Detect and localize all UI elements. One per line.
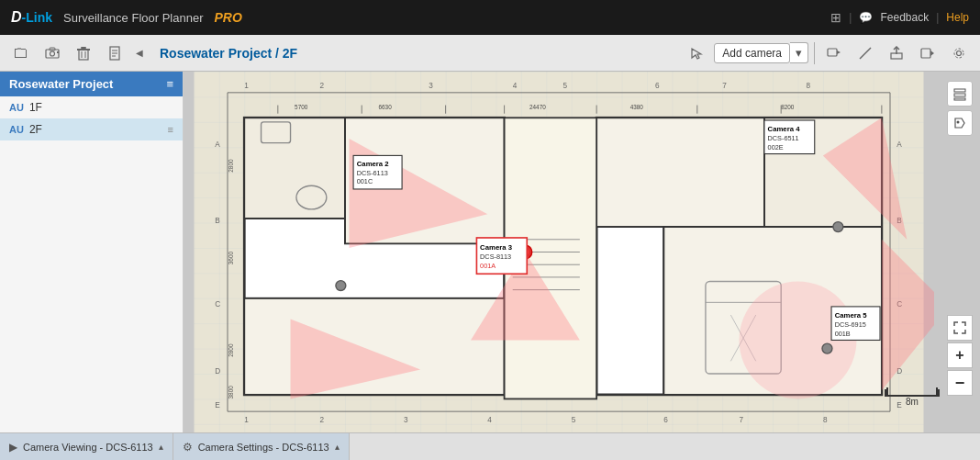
- svg-rect-137: [954, 98, 965, 100]
- camera-settings-label: Camera Settings - DCS-6113: [198, 442, 329, 453]
- add-camera-dropdown-button[interactable]: ▾: [790, 42, 808, 63]
- sidebar: Rosewater Project ≡ AU 1F AU 2F ≡: [0, 72, 184, 432]
- svg-point-106: [822, 343, 832, 353]
- toolbar: ◀ Rosewater Project / 2F Add camera ▾: [0, 35, 980, 72]
- camera-list-button[interactable]: [820, 40, 848, 66]
- toolbar-right: Add camera ▾: [683, 40, 973, 66]
- svg-text:6: 6: [663, 416, 668, 424]
- svg-text:E: E: [215, 401, 220, 410]
- sidebar-list-icon: ≡: [168, 124, 173, 135]
- delete-button[interactable]: [70, 40, 97, 66]
- svg-rect-5: [17, 48, 21, 50]
- svg-text:001C: 001C: [357, 177, 373, 185]
- sidebar-item-1f[interactable]: AU 1F: [0, 96, 183, 118]
- scale-bar: 8m: [885, 389, 940, 407]
- help-link[interactable]: Help: [946, 11, 969, 24]
- panel-chevron-up-2: ▴: [335, 442, 340, 452]
- open-file-button[interactable]: [7, 40, 35, 66]
- svg-text:5700: 5700: [295, 104, 308, 110]
- measure-button[interactable]: [852, 40, 879, 66]
- zoom-in-button[interactable]: +: [947, 342, 973, 368]
- svg-text:B: B: [215, 217, 220, 225]
- zoom-out-button[interactable]: −: [947, 370, 973, 396]
- svg-point-105: [833, 222, 843, 232]
- svg-text:001B: 001B: [835, 330, 851, 338]
- svg-text:A: A: [215, 140, 220, 149]
- floor-icon-2f: AU: [9, 124, 24, 135]
- layers-button[interactable]: [947, 81, 973, 107]
- report-button[interactable]: [101, 40, 128, 66]
- svg-rect-74: [596, 118, 764, 227]
- svg-rect-12: [81, 47, 86, 49]
- camera-settings-icon: ⚙: [183, 441, 193, 454]
- tag-button[interactable]: [947, 110, 973, 136]
- svg-text:2: 2: [320, 82, 325, 90]
- svg-rect-28: [921, 49, 930, 58]
- export-button[interactable]: [883, 40, 910, 66]
- settings-button[interactable]: [945, 40, 973, 66]
- svg-marker-29: [930, 50, 934, 56]
- svg-text:2800: 2800: [228, 343, 234, 357]
- main-content: Rosewater Project ≡ AU 1F AU 2F ≡: [0, 72, 980, 432]
- svg-rect-4: [21, 49, 26, 50]
- separator: [814, 42, 815, 64]
- camera-button[interactable]: [39, 40, 66, 66]
- panel-chevron-up: ▴: [159, 442, 163, 452]
- svg-rect-136: [954, 94, 965, 96]
- add-camera-button[interactable]: Add camera: [714, 43, 790, 63]
- select-button[interactable]: [683, 40, 710, 66]
- svg-point-31: [954, 49, 963, 58]
- svg-point-138: [957, 121, 960, 124]
- topbar: D-Link Surveillance Floor Planner PRO ⊞ …: [0, 0, 980, 35]
- svg-text:8200: 8200: [781, 104, 795, 110]
- svg-text:2: 2: [320, 416, 325, 424]
- canvas-area[interactable]: 1 2 3 4 5 6 7 8 1 2 3 4 5 6 7 8 A B C D …: [184, 72, 980, 432]
- feedback-link[interactable]: Feedback: [880, 11, 929, 24]
- video-button[interactable]: [914, 40, 941, 66]
- svg-rect-72: [244, 298, 504, 395]
- camera-viewing-icon: ▶: [9, 441, 17, 454]
- fit-button[interactable]: [947, 315, 973, 341]
- scale-label: 8m: [906, 397, 919, 407]
- svg-line-24: [865, 51, 867, 53]
- floor-icon-1f: AU: [9, 102, 24, 113]
- svg-text:001A: 001A: [480, 262, 496, 270]
- svg-point-30: [957, 50, 962, 55]
- svg-text:DCS-6511: DCS-6511: [768, 134, 799, 142]
- svg-text:C: C: [215, 300, 220, 309]
- project-header[interactable]: Rosewater Project ≡: [0, 72, 183, 96]
- svg-rect-19: [828, 49, 837, 56]
- svg-text:1: 1: [244, 82, 249, 90]
- svg-rect-9: [57, 51, 59, 53]
- topbar-right: ⊞ | 💬 Feedback | Help: [830, 10, 969, 25]
- svg-text:DCS-6915: DCS-6915: [835, 320, 866, 329]
- svg-text:7: 7: [740, 416, 744, 424]
- svg-line-25: [868, 49, 870, 50]
- svg-line-22: [860, 57, 862, 59]
- floorplan-svg: 1 2 3 4 5 6 7 8 1 2 3 4 5 6 7 8 A B C D …: [184, 72, 934, 432]
- svg-text:002E: 002E: [768, 143, 784, 151]
- svg-point-7: [50, 51, 55, 56]
- svg-text:Camera 5: Camera 5: [835, 311, 868, 320]
- camera-settings-panel[interactable]: ⚙ Camera Settings - DCS-6113 ▴: [173, 433, 350, 460]
- svg-point-104: [336, 281, 346, 291]
- svg-text:Camera 3: Camera 3: [480, 243, 513, 252]
- add-camera-control: Add camera ▾: [714, 42, 808, 63]
- svg-text:Camera 4: Camera 4: [768, 125, 801, 133]
- svg-text:4: 4: [513, 82, 518, 90]
- logo-area: D-Link Surveillance Floor Planner PRO: [11, 9, 242, 26]
- svg-text:8: 8: [823, 416, 828, 424]
- sidebar-item-2f[interactable]: AU 2F ≡: [0, 118, 183, 140]
- breadcrumb: Rosewater Project / 2F: [150, 46, 679, 61]
- camera-viewing-label: Camera Viewing - DCS-6113: [23, 442, 153, 453]
- svg-text:7: 7: [722, 82, 727, 90]
- svg-text:Camera 2: Camera 2: [357, 160, 389, 168]
- svg-rect-1: [15, 49, 16, 58]
- zoom-controls: + −: [947, 315, 973, 396]
- svg-text:24470: 24470: [529, 104, 546, 110]
- camera-viewing-panel[interactable]: ▶ Camera Viewing - DCS-6113 ▴: [0, 433, 173, 460]
- svg-text:5: 5: [572, 416, 576, 424]
- sidebar-collapse-button[interactable]: ◀: [132, 40, 147, 66]
- svg-rect-70: [244, 118, 345, 219]
- svg-line-23: [863, 54, 864, 56]
